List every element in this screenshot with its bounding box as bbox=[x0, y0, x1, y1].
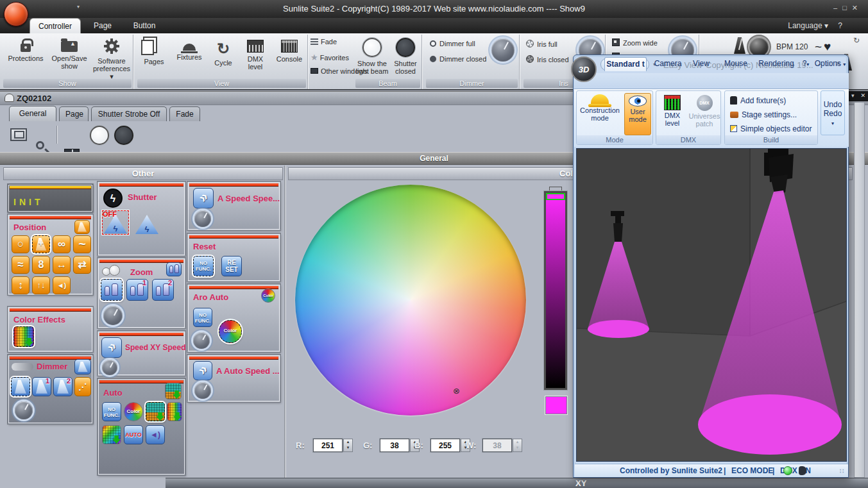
zoom-mini-button[interactable] bbox=[166, 262, 182, 276]
close-icon[interactable]: ✕ bbox=[852, 4, 863, 12]
value-gradient-bar[interactable] bbox=[544, 191, 567, 390]
auto-no-func-button[interactable]: NOFUNC. bbox=[102, 402, 121, 421]
maximize-icon[interactable]: □ bbox=[842, 4, 852, 12]
cycle-button[interactable]: ↻Cycle bbox=[208, 36, 239, 67]
close-icon[interactable]: ✕ bbox=[860, 91, 865, 101]
green-value[interactable]: 38 bbox=[380, 439, 409, 452]
dimmer-beam-button[interactable] bbox=[11, 377, 30, 396]
right-scrollbar[interactable] bbox=[854, 102, 865, 478]
ev-tab-view[interactable]: View bbox=[688, 57, 715, 71]
construction-mode-button[interactable]: Construction mode bbox=[578, 93, 622, 122]
redo-button[interactable]: Redo ▾ bbox=[821, 109, 844, 127]
tab-page[interactable]: Page bbox=[85, 18, 121, 33]
zoom-wide-button[interactable]: Zoom wide bbox=[612, 38, 658, 47]
ev-tab-mouse[interactable]: Mouse bbox=[720, 57, 752, 71]
search-icon[interactable] bbox=[36, 141, 44, 149]
aro-auto-mini-color-button[interactable]: Color bbox=[261, 289, 275, 303]
auto-auto-button[interactable]: AUTO bbox=[124, 425, 143, 444]
zq-tab-fade[interactable]: Fade bbox=[169, 106, 200, 121]
dimmer-beam-2-button[interactable]: 2 bbox=[53, 377, 72, 396]
fixtures-button[interactable]: Fixtures bbox=[172, 36, 207, 61]
position-h-arrow-button[interactable]: ↔ bbox=[53, 256, 71, 274]
zq-tab-general[interactable]: General bbox=[9, 106, 56, 121]
shutter-off-button[interactable]: ϟ OFF bbox=[102, 210, 129, 235]
position-v-arrow-button[interactable]: ↕ bbox=[12, 276, 30, 294]
simple-objects-editor-button[interactable]: Simple objects editor bbox=[730, 123, 812, 135]
zoom-all-button[interactable] bbox=[101, 279, 123, 301]
dimmer-mini-beam-button[interactable] bbox=[74, 359, 91, 374]
ev-help-menu[interactable]: ?▾ bbox=[799, 57, 812, 71]
zoom-2-button[interactable]: 2 bbox=[152, 279, 174, 301]
protections-button[interactable]: Protections bbox=[4, 36, 47, 62]
color-wheel-marker[interactable]: ⊗ bbox=[453, 387, 460, 395]
position-circle-button[interactable]: ○ bbox=[12, 235, 30, 253]
3d-viewport[interactable] bbox=[576, 148, 847, 462]
dimmer-knob[interactable] bbox=[491, 38, 515, 62]
language-menu[interactable]: Language ▾ bbox=[788, 21, 828, 30]
auto-diagonal-button[interactable] bbox=[102, 425, 121, 444]
zq-tab-shutter-strobe-off[interactable]: Shutter Strobe Off bbox=[91, 106, 167, 121]
fade-button[interactable]: Fade bbox=[311, 38, 337, 46]
user-mode-button[interactable]: User mode bbox=[624, 93, 651, 135]
shutter-closed-button[interactable]: Shutter closed bbox=[390, 36, 421, 75]
dimmer-curve-button[interactable]: ⋰ bbox=[74, 377, 91, 396]
console-button[interactable]: Console bbox=[272, 36, 307, 63]
dimmer-beam-1-button[interactable]: 1 bbox=[32, 377, 51, 396]
aro-auto-color-button[interactable]: Color bbox=[219, 320, 242, 343]
iris-closed-button[interactable]: Iris closed bbox=[526, 55, 569, 63]
value-bar-selector[interactable] bbox=[546, 193, 565, 200]
chevron-down-icon[interactable]: ▾ bbox=[851, 91, 855, 101]
ev-dmx-level-button[interactable]: DMX level bbox=[658, 93, 687, 127]
position-beam-mini-button[interactable] bbox=[74, 220, 90, 234]
position-squiggle-button[interactable]: ≈ bbox=[12, 256, 30, 274]
favorites-button[interactable]: ★Favorites bbox=[311, 53, 349, 62]
position-sound-button[interactable]: ◄) bbox=[53, 276, 71, 294]
dimmer-full-button[interactable]: Dimmer full bbox=[430, 40, 475, 47]
add-fixtures-button[interactable]: Add fixture(s) bbox=[730, 95, 786, 106]
compress-view-icon[interactable] bbox=[10, 128, 27, 141]
auto-color-button[interactable]: Color bbox=[124, 402, 143, 421]
metronome-icon[interactable] bbox=[734, 37, 745, 54]
auto-rainbow-button[interactable] bbox=[167, 402, 182, 421]
color-wheel[interactable] bbox=[295, 185, 526, 416]
position-v-arrows-button[interactable]: ↑↓ bbox=[32, 276, 50, 294]
init-panel[interactable]: INIT bbox=[8, 184, 93, 212]
position-circles-button[interactable]: ∞ bbox=[53, 235, 71, 253]
position-h-arrows-button[interactable]: ⇄ bbox=[73, 256, 91, 274]
red-stepper[interactable]: ▲▼ bbox=[343, 439, 353, 452]
minimize-icon[interactable]: – bbox=[833, 4, 842, 12]
ev-options-menu[interactable]: Options ▾ bbox=[813, 57, 847, 71]
red-value[interactable]: 251 bbox=[313, 439, 343, 452]
dmx-level-button[interactable]: DMX level bbox=[240, 36, 271, 71]
app-logo-orb[interactable] bbox=[4, 2, 28, 26]
aro-auto-no-func-button[interactable]: NOFUNC. bbox=[193, 308, 212, 327]
position-center-button[interactable]: + bbox=[32, 235, 50, 253]
position-eight-button[interactable]: 8 bbox=[32, 256, 50, 274]
zoom-1-button[interactable]: 1 bbox=[126, 279, 148, 301]
iris-full-button[interactable]: Iris full bbox=[526, 40, 557, 48]
easy-view-3d-logo[interactable]: 3D bbox=[571, 56, 597, 82]
heart-icon[interactable]: ♥ bbox=[824, 40, 831, 54]
position-curve-button[interactable]: ~ bbox=[73, 235, 91, 253]
auto-grid-button[interactable] bbox=[146, 402, 165, 421]
bpm-knob[interactable] bbox=[749, 37, 769, 56]
zq-tab-page[interactable]: Page bbox=[59, 106, 89, 121]
ev-tab-standard-toolbar[interactable]: Standard t bbox=[604, 57, 647, 71]
pages-button[interactable]: Pages bbox=[137, 36, 171, 65]
auto-sound-button[interactable]: ◄) bbox=[146, 425, 165, 444]
help-button[interactable]: ? bbox=[838, 21, 842, 30]
software-preferences-button[interactable]: Software preferences ▾ bbox=[92, 36, 132, 80]
reset-no-func-button[interactable]: NOFUNC. bbox=[193, 256, 214, 276]
tab-controller[interactable]: Controller bbox=[30, 18, 81, 33]
blue-value[interactable]: 255 bbox=[430, 439, 460, 452]
auto-mini-grid-button[interactable] bbox=[165, 383, 182, 400]
a-speed-knob[interactable] bbox=[194, 210, 211, 227]
ev-tab-rendering[interactable]: Rendering bbox=[756, 57, 797, 71]
resize-grip[interactable]: ∷ bbox=[840, 467, 844, 475]
a-auto-speed-knob[interactable] bbox=[194, 382, 211, 399]
show-light-beam-button[interactable]: Show the light beam bbox=[355, 36, 389, 75]
reset-reset-button[interactable]: RESET bbox=[221, 256, 242, 276]
dimmer-panel-knob[interactable] bbox=[15, 401, 33, 419]
undo-button[interactable]: Undo bbox=[821, 100, 844, 109]
beam-off-toggle[interactable] bbox=[114, 126, 133, 145]
